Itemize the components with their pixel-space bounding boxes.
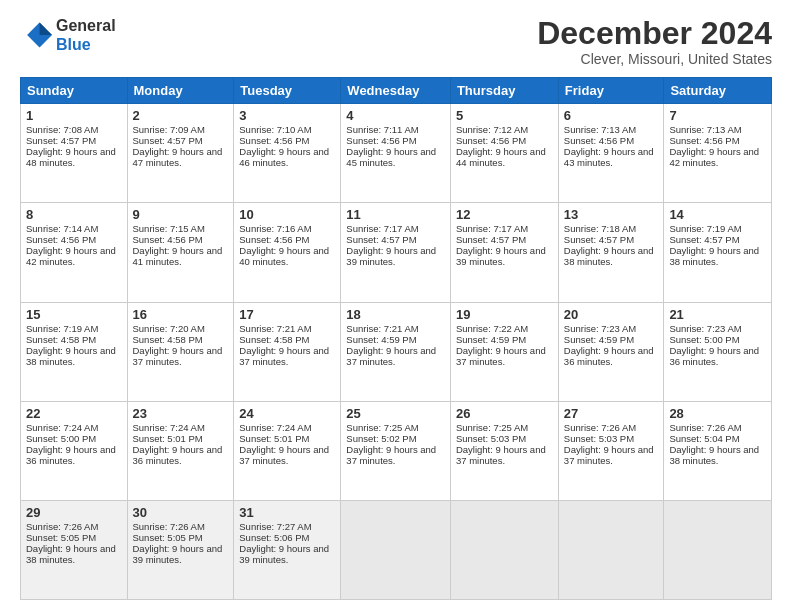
- sunset-text: Sunset: 4:59 PM: [456, 334, 526, 345]
- daylight-text: Daylight: 9 hours and 41 minutes.: [133, 245, 223, 267]
- day-cell: 26Sunrise: 7:25 AMSunset: 5:03 PMDayligh…: [450, 401, 558, 500]
- daylight-text: Daylight: 9 hours and 39 minutes.: [239, 543, 329, 565]
- location-title: Clever, Missouri, United States: [537, 51, 772, 67]
- daylight-text: Daylight: 9 hours and 36 minutes.: [564, 345, 654, 367]
- day-cell: 21Sunrise: 7:23 AMSunset: 5:00 PMDayligh…: [664, 302, 772, 401]
- daylight-text: Daylight: 9 hours and 48 minutes.: [26, 146, 116, 168]
- sunset-text: Sunset: 4:59 PM: [564, 334, 634, 345]
- sunrise-text: Sunrise: 7:09 AM: [133, 124, 205, 135]
- day-cell: 2Sunrise: 7:09 AMSunset: 4:57 PMDaylight…: [127, 104, 234, 203]
- sunrise-text: Sunrise: 7:20 AM: [133, 323, 205, 334]
- day-number: 21: [669, 307, 766, 322]
- daylight-text: Daylight: 9 hours and 38 minutes.: [669, 245, 759, 267]
- sunrise-text: Sunrise: 7:13 AM: [564, 124, 636, 135]
- sunset-text: Sunset: 4:57 PM: [564, 234, 634, 245]
- day-number: 11: [346, 207, 445, 222]
- day-number: 8: [26, 207, 122, 222]
- sunrise-text: Sunrise: 7:11 AM: [346, 124, 418, 135]
- day-number: 7: [669, 108, 766, 123]
- sunset-text: Sunset: 4:57 PM: [456, 234, 526, 245]
- weekday-header-thursday: Thursday: [450, 78, 558, 104]
- daylight-text: Daylight: 9 hours and 37 minutes.: [564, 444, 654, 466]
- sunrise-text: Sunrise: 7:19 AM: [669, 223, 741, 234]
- sunset-text: Sunset: 4:58 PM: [26, 334, 96, 345]
- daylight-text: Daylight: 9 hours and 39 minutes.: [456, 245, 546, 267]
- sunset-text: Sunset: 5:04 PM: [669, 433, 739, 444]
- weekday-header-wednesday: Wednesday: [341, 78, 451, 104]
- sunrise-text: Sunrise: 7:26 AM: [26, 521, 98, 532]
- sunrise-text: Sunrise: 7:24 AM: [239, 422, 311, 433]
- day-number: 10: [239, 207, 335, 222]
- day-cell: 4Sunrise: 7:11 AMSunset: 4:56 PMDaylight…: [341, 104, 451, 203]
- sunset-text: Sunset: 4:56 PM: [239, 135, 309, 146]
- sunrise-text: Sunrise: 7:24 AM: [133, 422, 205, 433]
- sunrise-text: Sunrise: 7:12 AM: [456, 124, 528, 135]
- daylight-text: Daylight: 9 hours and 37 minutes.: [133, 345, 223, 367]
- sunrise-text: Sunrise: 7:17 AM: [456, 223, 528, 234]
- sunrise-text: Sunrise: 7:23 AM: [564, 323, 636, 334]
- daylight-text: Daylight: 9 hours and 37 minutes.: [239, 345, 329, 367]
- day-cell: 11Sunrise: 7:17 AMSunset: 4:57 PMDayligh…: [341, 203, 451, 302]
- day-cell: 15Sunrise: 7:19 AMSunset: 4:58 PMDayligh…: [21, 302, 128, 401]
- day-cell: 31Sunrise: 7:27 AMSunset: 5:06 PMDayligh…: [234, 500, 341, 599]
- daylight-text: Daylight: 9 hours and 36 minutes.: [26, 444, 116, 466]
- svg-marker-1: [40, 23, 52, 35]
- sunset-text: Sunset: 4:57 PM: [669, 234, 739, 245]
- header: General Blue December 2024 Clever, Misso…: [20, 16, 772, 67]
- day-cell: 30Sunrise: 7:26 AMSunset: 5:05 PMDayligh…: [127, 500, 234, 599]
- day-number: 19: [456, 307, 553, 322]
- weekday-header-saturday: Saturday: [664, 78, 772, 104]
- daylight-text: Daylight: 9 hours and 45 minutes.: [346, 146, 436, 168]
- day-number: 30: [133, 505, 229, 520]
- day-cell: [450, 500, 558, 599]
- day-cell: 13Sunrise: 7:18 AMSunset: 4:57 PMDayligh…: [558, 203, 664, 302]
- sunset-text: Sunset: 4:57 PM: [346, 234, 416, 245]
- sunset-text: Sunset: 5:00 PM: [26, 433, 96, 444]
- month-title: December 2024: [537, 16, 772, 51]
- sunrise-text: Sunrise: 7:21 AM: [239, 323, 311, 334]
- daylight-text: Daylight: 9 hours and 38 minutes.: [26, 543, 116, 565]
- day-number: 12: [456, 207, 553, 222]
- day-cell: 5Sunrise: 7:12 AMSunset: 4:56 PMDaylight…: [450, 104, 558, 203]
- day-cell: 8Sunrise: 7:14 AMSunset: 4:56 PMDaylight…: [21, 203, 128, 302]
- daylight-text: Daylight: 9 hours and 44 minutes.: [456, 146, 546, 168]
- day-number: 2: [133, 108, 229, 123]
- sunset-text: Sunset: 4:57 PM: [133, 135, 203, 146]
- day-number: 25: [346, 406, 445, 421]
- sunset-text: Sunset: 4:56 PM: [346, 135, 416, 146]
- day-cell: 23Sunrise: 7:24 AMSunset: 5:01 PMDayligh…: [127, 401, 234, 500]
- daylight-text: Daylight: 9 hours and 39 minutes.: [133, 543, 223, 565]
- sunset-text: Sunset: 4:58 PM: [239, 334, 309, 345]
- day-cell: 27Sunrise: 7:26 AMSunset: 5:03 PMDayligh…: [558, 401, 664, 500]
- sunrise-text: Sunrise: 7:26 AM: [133, 521, 205, 532]
- day-cell: 1Sunrise: 7:08 AMSunset: 4:57 PMDaylight…: [21, 104, 128, 203]
- logo-area: General Blue: [20, 16, 116, 54]
- daylight-text: Daylight: 9 hours and 40 minutes.: [239, 245, 329, 267]
- day-cell: 6Sunrise: 7:13 AMSunset: 4:56 PMDaylight…: [558, 104, 664, 203]
- day-cell: 3Sunrise: 7:10 AMSunset: 4:56 PMDaylight…: [234, 104, 341, 203]
- daylight-text: Daylight: 9 hours and 38 minutes.: [26, 345, 116, 367]
- sunset-text: Sunset: 4:58 PM: [133, 334, 203, 345]
- sunset-text: Sunset: 5:06 PM: [239, 532, 309, 543]
- sunrise-text: Sunrise: 7:21 AM: [346, 323, 418, 334]
- daylight-text: Daylight: 9 hours and 37 minutes.: [456, 444, 546, 466]
- day-number: 23: [133, 406, 229, 421]
- day-cell: [558, 500, 664, 599]
- sunrise-text: Sunrise: 7:17 AM: [346, 223, 418, 234]
- day-number: 29: [26, 505, 122, 520]
- day-cell: 29Sunrise: 7:26 AMSunset: 5:05 PMDayligh…: [21, 500, 128, 599]
- calendar-table: SundayMondayTuesdayWednesdayThursdayFrid…: [20, 77, 772, 600]
- day-number: 9: [133, 207, 229, 222]
- day-number: 18: [346, 307, 445, 322]
- day-cell: 17Sunrise: 7:21 AMSunset: 4:58 PMDayligh…: [234, 302, 341, 401]
- day-cell: 28Sunrise: 7:26 AMSunset: 5:04 PMDayligh…: [664, 401, 772, 500]
- day-number: 26: [456, 406, 553, 421]
- week-row-4: 22Sunrise: 7:24 AMSunset: 5:00 PMDayligh…: [21, 401, 772, 500]
- sunset-text: Sunset: 5:03 PM: [564, 433, 634, 444]
- daylight-text: Daylight: 9 hours and 37 minutes.: [456, 345, 546, 367]
- daylight-text: Daylight: 9 hours and 46 minutes.: [239, 146, 329, 168]
- sunrise-text: Sunrise: 7:15 AM: [133, 223, 205, 234]
- week-row-3: 15Sunrise: 7:19 AMSunset: 4:58 PMDayligh…: [21, 302, 772, 401]
- sunset-text: Sunset: 4:57 PM: [26, 135, 96, 146]
- day-number: 6: [564, 108, 659, 123]
